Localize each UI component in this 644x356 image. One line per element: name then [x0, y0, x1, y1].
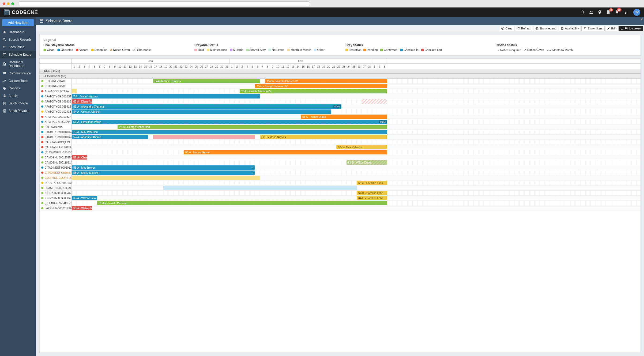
row-track[interactable]: 10-B - Max Peterson	[72, 145, 641, 150]
row-label[interactable]: (S) LAKEELS-LAKEVIEW	[40, 201, 72, 206]
booking-bar[interactable]: 63-A - Norma Garnet	[184, 150, 387, 154]
close-panel-icon[interactable]: ×	[641, 17, 643, 21]
booking-bar[interactable]: 65-C - Wilton Drake	[301, 115, 387, 119]
row-track[interactable]: 51-A - Ermelinda PérezM2M	[72, 119, 641, 124]
row-track[interactable]: 65-A - Wilton Drake64-C - Caroline Lobo	[72, 196, 641, 200]
booking-bar[interactable]: 51-A - Ermelinda PérezM2M	[72, 120, 387, 124]
row-track[interactable]: 63-A - Norma Garnet	[72, 150, 641, 155]
row-track[interactable]: 58-A - Walker Nervet	[72, 206, 641, 211]
row-label[interactable]: LAKEVUE-00020123AP	[40, 206, 72, 211]
row-track[interactable]	[72, 140, 641, 145]
row-track[interactable]: 64-B - Caroline Lobo	[72, 191, 641, 195]
row-label[interactable]: (S) CAMDENL-5901000DAP	[40, 150, 72, 155]
sidebar-item-search-records[interactable]: Search Records	[0, 36, 36, 43]
row-label[interactable]: FOUNTAI-57750310AP	[40, 180, 72, 185]
row-track[interactable]: 61-A - Evaristo Cannon	[72, 201, 641, 206]
booking-bar[interactable]: 55-A - Mat Brewer✓	[72, 165, 255, 170]
row-track[interactable]: 65-B - Wilton Drake	[72, 160, 641, 165]
window-min-dot[interactable]	[7, 2, 10, 5]
booking-bar[interactable]: 15-H - Joseph Johnson IV	[255, 84, 387, 88]
booking-bar[interactable]: 8-A - Michael Thomas	[153, 79, 260, 83]
sidebar-item-document-dashboard[interactable]: Document Dashboard	[0, 58, 36, 70]
booking-bar[interactable]: 64-A - Caroline Lobo	[357, 181, 387, 185]
booking-bar[interactable]: 61-A - Evaristo Cannon	[97, 201, 387, 205]
maintenance-block[interactable]	[153, 135, 255, 139]
booking-bar[interactable]: 62-A - Diana Agosti	[72, 99, 92, 104]
edit-button[interactable]: Edit	[605, 26, 618, 31]
row-track[interactable]	[72, 185, 641, 190]
address-bar[interactable]	[18, 1, 310, 6]
row-label[interactable]: APATCITYCE-05531BED1B	[40, 104, 72, 109]
row-label[interactable]: FRASER-00801303AP	[40, 185, 72, 190]
booking-bar[interactable]: 64-B - Caroline Lobo	[357, 191, 387, 195]
row-track[interactable]: 56-A - Marla Tennison✓	[72, 170, 641, 175]
booking-bar[interactable]: 54-A - Crystal Johnson→	[72, 109, 331, 114]
window-close-dot[interactable]	[3, 2, 5, 5]
avatar[interactable]: JV	[633, 9, 640, 16]
row-track[interactable]: 57-A - Chas /✓	[72, 155, 641, 160]
subgroup-row[interactable]: —1 Bedroom (68)	[40, 74, 641, 79]
booking-bar[interactable]: 15-G - Joseph Johnson IV	[265, 79, 387, 83]
row-label[interactable]: ARMITAG-BLDG1APT12	[40, 119, 72, 124]
sidebar-item-batch-invoice[interactable]: Batch Invoice	[0, 100, 36, 107]
schedule-board[interactable]: JanFeb 123456789101112131415161718192021…	[39, 58, 641, 353]
row-track[interactable]: 22-A - George Henderson	[72, 124, 641, 129]
booking-bar[interactable]: 65-A - Wilton Drake	[72, 196, 97, 200]
sidebar-item-admin[interactable]: Admin	[0, 92, 36, 100]
row-label[interactable]: APATCITYCE-0315STUDI	[40, 94, 72, 99]
row-track[interactable]: 55-A - Mat Brewer✓	[72, 165, 641, 170]
window-max-dot[interactable]	[11, 2, 14, 5]
location-icon[interactable]	[597, 10, 602, 15]
add-new-item-button[interactable]: Add New Item	[2, 19, 34, 26]
row-label[interactable]: BARBERP-WOODHAVEN1	[40, 135, 72, 139]
booking-bar[interactable]: 22-A - George Henderson	[118, 125, 387, 129]
row-label[interactable]: CITADINEST-QueensRoom	[40, 170, 72, 175]
row-label[interactable]: ICON290-0003003AAP	[40, 191, 72, 195]
refresh-button[interactable]: Refresh	[515, 26, 533, 31]
booking-bar[interactable]: 7-A - Javier Vazquez✓	[72, 94, 260, 99]
booking-bar[interactable]: 53-A - Alexandra ClementM2M	[72, 104, 341, 109]
row-label[interactable]: CITADINEST-00010124AP	[40, 165, 72, 170]
row-track[interactable]	[72, 175, 641, 180]
maintenance-block[interactable]	[72, 176, 260, 180]
row-label[interactable]: CALETA6-ADOQUIN	[40, 140, 72, 145]
sidebar-item-schedule-board[interactable]: Schedule Board	[0, 51, 36, 58]
row-label[interactable]: BALDWIN-MIA	[40, 124, 72, 129]
row-label[interactable]: CALETA6-LAPUERTA	[40, 145, 72, 150]
row-track[interactable]: 52-A - Adrianne Abbate52-B - Maria Nicho…	[72, 135, 641, 139]
users-icon[interactable]	[589, 10, 594, 15]
booking-bar[interactable]: 56-A - Marla Tennison✓	[72, 171, 255, 175]
booking-bar[interactable]: 65-B - Wilton Drake	[347, 160, 387, 165]
collapse-icon[interactable]: —	[42, 74, 45, 78]
row-label[interactable]: COURTNE-COURT1BED	[40, 175, 72, 180]
row-track[interactable]: 53-A - Alexandra ClementM2M	[72, 104, 641, 109]
bookmark-icon[interactable]: 3	[606, 10, 611, 15]
row-track[interactable]: 15-H - Joseph Johnson IV	[72, 84, 641, 89]
show-legend-toggle[interactable]: Show legend	[534, 26, 558, 31]
fit-screen-button[interactable]: Fit to screen	[619, 26, 643, 31]
row-label[interactable]: CAMDENL-59011931AP	[40, 160, 72, 165]
row-label[interactable]: 5THSTRE-ST4TH	[40, 79, 72, 84]
sidebar-item-reports[interactable]: Reports	[0, 85, 36, 92]
booking-bar[interactable]: 10-A - Max Peterson	[72, 130, 387, 134]
booking-bar[interactable]: 52-B - Maria Nichols	[260, 135, 387, 139]
bell-icon[interactable]: 12	[615, 10, 619, 15]
row-label[interactable]: APATCITYCE-04661B1BDE	[40, 99, 72, 104]
clear-button[interactable]: Clear	[499, 26, 514, 31]
row-track[interactable]: 7-A - Javier Vazquez✓	[72, 94, 641, 99]
row-track[interactable]: 8-A - Michael Thomas15-G - Joseph Johnso…	[72, 79, 641, 84]
row-track[interactable]: 10-A - Max Peterson	[72, 130, 641, 134]
help-icon[interactable]	[623, 10, 628, 15]
booking-bar[interactable]: 64-C - Caroline Lobo	[357, 196, 387, 200]
row-track[interactable]: 62-A - Diana Agosti	[72, 99, 641, 104]
search-icon[interactable]	[580, 10, 585, 15]
maintenance-block[interactable]	[163, 186, 357, 190]
sidebar-item-batch-payable[interactable]: Batch Payable	[0, 107, 36, 115]
sidebar-item-custom-tools[interactable]: Custom Tools	[0, 77, 36, 85]
booking-bar[interactable]: 15-I - Joseph Johnson IV	[240, 89, 387, 93]
show-filters-button[interactable]: Show filters	[581, 26, 605, 31]
row-track[interactable]: 15-I - Joseph Johnson IV	[72, 89, 641, 94]
row-label[interactable]: BARBERP-WOODHAVEN	[40, 130, 72, 134]
booking-bar[interactable]: 10-B - Max Peterson	[336, 145, 387, 149]
sidebar-item-communication[interactable]: Communication	[0, 70, 36, 77]
